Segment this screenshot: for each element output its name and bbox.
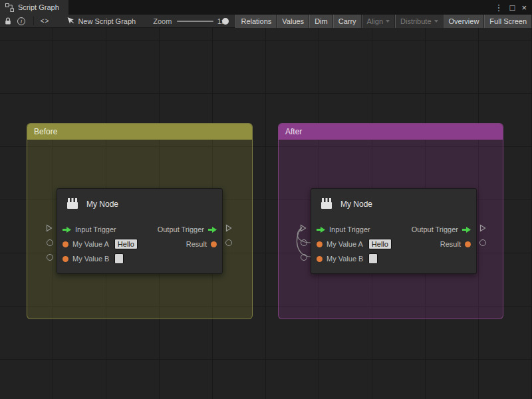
close-icon[interactable]: × — [521, 3, 527, 13]
graph-reference[interactable]: New Script Graph — [66, 17, 136, 26]
values-button[interactable]: Values — [277, 15, 309, 28]
tab-title: Script Graph — [18, 3, 59, 11]
distribute-button-label: Distribute — [400, 17, 431, 25]
value-b-port[interactable] — [63, 256, 68, 262]
group-before-header[interactable]: Before — [27, 124, 252, 140]
port-row-triggers: Input Trigger Output Trigger — [311, 222, 476, 237]
full-screen-button[interactable]: Full Screen — [484, 15, 532, 28]
window-controls: ⋮ □ × — [495, 3, 532, 13]
overview-button[interactable]: Overview — [444, 15, 485, 28]
script-graph-window: Script Graph ⋮ □ × New Script Graph Zoom… — [0, 0, 532, 399]
value-b-port[interactable] — [317, 256, 323, 262]
outer-value-b-port-after[interactable] — [301, 254, 307, 261]
dim-button[interactable]: Dim — [309, 15, 333, 28]
graph-canvas[interactable]: Before After My Node — [0, 28, 532, 399]
value-b-label: My Value B — [327, 255, 363, 263]
node-rows: Input Trigger Output Trigger My Value A … — [311, 222, 476, 266]
node-my-node-after[interactable]: My Node Input Trigger Output Trigger My … — [311, 188, 477, 274]
result-label: Result — [440, 240, 461, 248]
result-label: Result — [186, 240, 207, 248]
graph-toolbar: New Script Graph Zoom 1x Relations Value… — [0, 15, 532, 28]
outer-result-port-after[interactable] — [479, 239, 486, 246]
tab-bar: Script Graph ⋮ □ × — [0, 0, 532, 15]
node-header[interactable]: My Node — [311, 189, 476, 219]
port-row-value-b: My Value B — [311, 251, 476, 266]
node-icon — [319, 196, 334, 212]
output-trigger-port[interactable] — [462, 227, 471, 233]
relations-button[interactable]: Relations — [235, 15, 277, 28]
node-icon — [65, 196, 80, 212]
port-row-triggers: Input Trigger Output Trigger — [57, 222, 222, 237]
full-screen-button-label: Full Screen — [489, 17, 527, 25]
zoom-slider-knob[interactable] — [222, 18, 229, 25]
distribute-button[interactable]: Distribute — [395, 15, 443, 28]
script-graph-icon — [5, 3, 14, 12]
output-trigger-port[interactable] — [208, 227, 217, 233]
value-b-input[interactable] — [114, 253, 124, 264]
port-row-value-a: My Value A Hello Result — [311, 237, 476, 251]
node-rows: Input Trigger Output Trigger My Value A … — [57, 222, 222, 266]
result-port[interactable] — [211, 241, 217, 247]
zoom-label: Zoom — [153, 17, 172, 25]
value-a-input[interactable]: Hello — [368, 239, 392, 249]
align-button[interactable]: Align — [362, 15, 395, 28]
graph-name: New Script Graph — [78, 17, 136, 25]
code-icon[interactable] — [41, 16, 50, 27]
zoom-slider[interactable] — [177, 17, 213, 25]
lock-icon[interactable] — [4, 16, 12, 27]
port-row-value-a: My Value A Hello Result — [57, 237, 222, 251]
node-title: My Node — [86, 200, 118, 209]
overview-button-label: Overview — [449, 17, 479, 25]
value-b-input[interactable] — [368, 253, 378, 264]
outer-value-a-port-before[interactable] — [47, 239, 53, 246]
group-after-label: After — [285, 127, 302, 136]
toolbar-separator — [33, 17, 34, 25]
output-trigger-label: Output Trigger — [412, 225, 458, 233]
input-trigger-label: Input Trigger — [329, 225, 370, 233]
outer-result-port-before[interactable] — [225, 239, 232, 246]
node-my-node-before[interactable]: My Node Input Trigger Output Trigger My … — [57, 188, 223, 274]
values-button-label: Values — [282, 17, 304, 25]
input-trigger-label: Input Trigger — [75, 225, 116, 233]
dim-button-label: Dim — [315, 17, 328, 25]
group-before-label: Before — [34, 127, 57, 136]
value-a-port[interactable] — [317, 241, 323, 247]
relations-button-label: Relations — [241, 17, 271, 25]
input-trigger-port[interactable] — [317, 227, 325, 233]
value-a-port[interactable] — [63, 241, 68, 247]
value-a-label: My Value A — [327, 240, 363, 248]
info-icon[interactable] — [17, 16, 25, 27]
value-a-label: My Value A — [72, 240, 109, 248]
outer-output-trigger-port-after[interactable] — [479, 224, 486, 233]
outer-value-a-port-after[interactable] — [301, 239, 307, 246]
tab-script-graph[interactable]: Script Graph — [0, 0, 68, 15]
zoom-slider-track — [177, 21, 213, 22]
output-trigger-label: Output Trigger — [158, 225, 204, 233]
outer-input-trigger-port-after[interactable] — [300, 224, 307, 233]
restore-icon[interactable]: □ — [510, 3, 515, 13]
graph-pointer-icon — [66, 17, 74, 26]
chevron-down-icon — [386, 20, 390, 23]
node-title: My Node — [340, 200, 372, 209]
chevron-down-icon — [434, 20, 438, 23]
value-b-label: My Value B — [72, 255, 109, 263]
align-button-label: Align — [367, 17, 383, 25]
menu-icon[interactable]: ⋮ — [495, 3, 503, 13]
outer-input-trigger-port-before[interactable] — [46, 224, 53, 233]
toolbar-buttons: Relations Values Dim Carry Align Distrib… — [235, 15, 532, 28]
value-a-input[interactable]: Hello — [114, 239, 138, 249]
result-port[interactable] — [465, 241, 471, 247]
port-row-value-b: My Value B — [57, 251, 222, 266]
carry-button[interactable]: Carry — [333, 15, 362, 28]
input-trigger-port[interactable] — [63, 227, 71, 233]
node-header[interactable]: My Node — [57, 189, 222, 219]
carry-button-label: Carry — [338, 17, 356, 25]
group-after-header[interactable]: After — [279, 124, 503, 140]
outer-value-b-port-before[interactable] — [47, 254, 53, 261]
outer-output-trigger-port-before[interactable] — [225, 224, 232, 233]
